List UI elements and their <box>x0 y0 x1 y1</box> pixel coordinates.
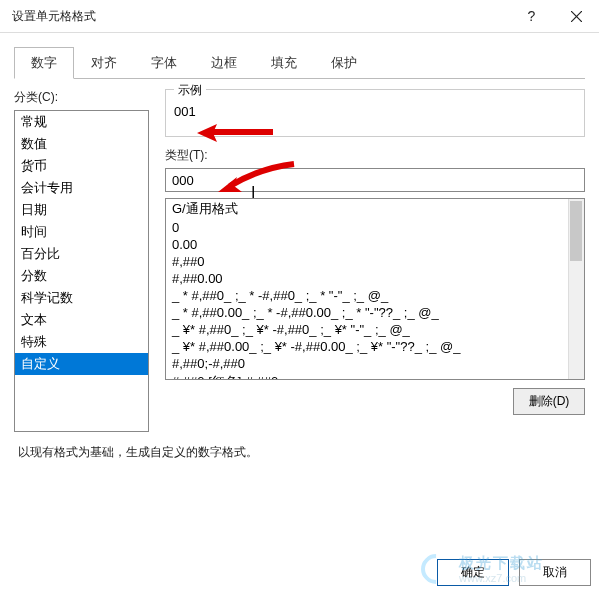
left-column: 分类(C): 常规数值货币会计专用日期时间百分比分数科学记数文本特殊自定义 <box>14 89 149 432</box>
format-item[interactable]: 0 <box>166 219 584 236</box>
category-item[interactable]: 分数 <box>15 265 148 287</box>
tab-number[interactable]: 数字 <box>14 47 74 79</box>
tab-bar: 数字 对齐 字体 边框 填充 保护 <box>14 47 585 79</box>
category-item[interactable]: 时间 <box>15 221 148 243</box>
titlebar: 设置单元格格式 ? <box>0 0 599 33</box>
tab-alignment[interactable]: 对齐 <box>74 47 134 79</box>
category-list[interactable]: 常规数值货币会计专用日期时间百分比分数科学记数文本特殊自定义 <box>14 110 149 432</box>
category-item[interactable]: 常规 <box>15 111 148 133</box>
sample-label: 示例 <box>174 82 206 99</box>
format-list[interactable]: G/通用格式00.00#,##0#,##0.00_ * #,##0_ ;_ * … <box>165 198 585 380</box>
category-item[interactable]: 文本 <box>15 309 148 331</box>
ok-button[interactable]: 确定 <box>437 559 509 586</box>
category-item[interactable]: 会计专用 <box>15 177 148 199</box>
delete-row: 删除(D) <box>165 388 585 415</box>
hint-text: 以现有格式为基础，生成自定义的数字格式。 <box>18 444 581 461</box>
category-item[interactable]: 日期 <box>15 199 148 221</box>
content-area: 分类(C): 常规数值货币会计专用日期时间百分比分数科学记数文本特殊自定义 示例… <box>0 79 599 432</box>
format-item[interactable]: #,##0 <box>166 253 584 270</box>
close-icon <box>571 11 582 22</box>
format-item[interactable]: _ * #,##0.00_ ;_ * -#,##0.00_ ;_ * "-"??… <box>166 304 584 321</box>
sample-box: 示例 001 <box>165 89 585 137</box>
sample-value: 001 <box>174 104 576 119</box>
tab-font[interactable]: 字体 <box>134 47 194 79</box>
close-button[interactable] <box>554 0 599 33</box>
type-label: 类型(T): <box>165 147 585 164</box>
category-item[interactable]: 数值 <box>15 133 148 155</box>
help-button[interactable]: ? <box>509 0 554 33</box>
category-item[interactable]: 特殊 <box>15 331 148 353</box>
tab-border[interactable]: 边框 <box>194 47 254 79</box>
footer: 确定 取消 <box>437 559 591 586</box>
format-item[interactable]: _ * #,##0_ ;_ * -#,##0_ ;_ * "-"_ ;_ @_ <box>166 287 584 304</box>
delete-button[interactable]: 删除(D) <box>513 388 585 415</box>
window-title: 设置单元格格式 <box>12 8 509 25</box>
category-item[interactable]: 自定义 <box>15 353 148 375</box>
format-item[interactable]: _ ¥* #,##0_ ;_ ¥* -#,##0_ ;_ ¥* "-"_ ;_ … <box>166 321 584 338</box>
cancel-button[interactable]: 取消 <box>519 559 591 586</box>
format-scrollbar[interactable] <box>568 199 584 379</box>
category-item[interactable]: 百分比 <box>15 243 148 265</box>
right-column: 示例 001 类型(T): G/通用格式00.00#,##0#,##0.00_ … <box>165 89 585 432</box>
type-input[interactable] <box>165 168 585 192</box>
format-item[interactable]: 0.00 <box>166 236 584 253</box>
format-scroll-thumb[interactable] <box>570 201 582 261</box>
category-label: 分类(C): <box>14 89 149 106</box>
format-item[interactable]: _ ¥* #,##0.00_ ;_ ¥* -#,##0.00_ ;_ ¥* "-… <box>166 338 584 355</box>
format-item[interactable]: #,##0;-#,##0 <box>166 355 584 372</box>
category-item[interactable]: 货币 <box>15 155 148 177</box>
category-item[interactable]: 科学记数 <box>15 287 148 309</box>
format-item[interactable]: #,##0;[红色]-#,##0 <box>166 372 584 380</box>
format-item[interactable]: G/通用格式 <box>166 199 584 219</box>
tab-fill[interactable]: 填充 <box>254 47 314 79</box>
format-item[interactable]: #,##0.00 <box>166 270 584 287</box>
tab-protection[interactable]: 保护 <box>314 47 374 79</box>
